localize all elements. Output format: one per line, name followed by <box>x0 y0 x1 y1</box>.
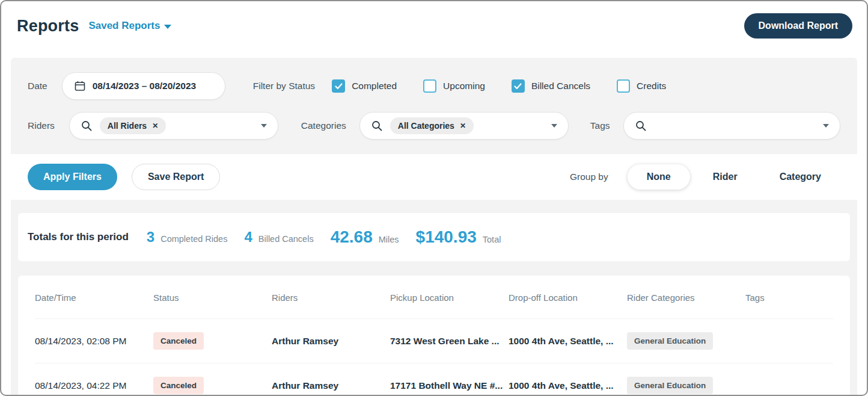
group-option-none[interactable]: None <box>628 164 690 190</box>
filter-row-date-status: Date 08/14/2023 – 08/20/2023 Filter by S… <box>11 58 857 100</box>
all-riders-chip: All Riders ✕ <box>100 117 166 134</box>
chip-remove-icon[interactable]: ✕ <box>460 122 466 129</box>
date-range-input[interactable]: 08/14/2023 – 08/20/2023 <box>62 72 225 100</box>
status-badge: Canceled <box>153 332 204 350</box>
chip-label: All Riders <box>108 121 147 131</box>
cell-category: General Education <box>627 377 745 394</box>
group-by-label: Group by <box>570 172 608 182</box>
saved-reports-label: Saved Reports <box>88 20 160 32</box>
chevron-down-icon <box>261 124 267 128</box>
chip-label: All Categories <box>398 121 454 131</box>
riders-label: Riders <box>28 120 55 131</box>
apply-filters-button[interactable]: Apply Filters <box>28 164 117 190</box>
checkbox-box <box>423 79 436 93</box>
group-option-rider[interactable]: Rider <box>694 164 757 190</box>
column-header-pickup: Pickup Location <box>390 292 509 303</box>
totals-card: Totals for this period 3 Completed Rides… <box>18 213 850 261</box>
checkbox-billed-cancels[interactable]: Billed Cancels <box>512 79 590 93</box>
check-icon <box>514 83 522 90</box>
date-label: Date <box>28 81 47 91</box>
checkbox-box <box>617 79 630 93</box>
checkbox-completed[interactable]: Completed <box>332 79 397 93</box>
total-label: Miles <box>379 235 399 244</box>
cell-rider: Arthur Ramsey <box>272 336 390 347</box>
group-option-category[interactable]: Category <box>760 164 840 190</box>
cell-status: Canceled <box>153 377 272 394</box>
cell-dropoff: 1000 4th Ave, Seattle, ... <box>509 336 627 347</box>
table-row[interactable]: 08/14/2023, 02:08 PM Canceled Arthur Ram… <box>35 318 833 363</box>
total-value: 42.68 <box>331 227 373 247</box>
totals-title: Totals for this period <box>28 231 129 243</box>
checkbox-label: Upcoming <box>443 81 485 91</box>
riders-select[interactable]: All Riders ✕ <box>69 112 278 140</box>
column-header-riders: Riders <box>272 292 390 303</box>
category-badge: General Education <box>627 377 713 394</box>
checkbox-label: Billed Cancels <box>531 81 590 91</box>
column-header-dropoff: Drop-off Location <box>509 292 627 303</box>
checkbox-box <box>512 79 525 93</box>
action-row: Apply Filters Save Report Group by None … <box>11 154 857 200</box>
filter-row-selects: Riders All Riders ✕ Categories <box>11 100 857 141</box>
cell-category: General Education <box>627 332 745 350</box>
total-label: Billed Cancels <box>258 234 314 244</box>
chevron-down-icon <box>823 124 829 128</box>
search-icon <box>371 120 383 132</box>
saved-reports-dropdown[interactable]: Saved Reports <box>88 20 171 32</box>
search-icon <box>635 120 647 132</box>
save-report-button[interactable]: Save Report <box>132 164 220 190</box>
status-options: Completed Upcoming <box>332 79 692 93</box>
rides-table: Date/Time Status Riders Pickup Location … <box>18 276 850 396</box>
tags-label: Tags <box>590 120 610 131</box>
column-header-datetime: Date/Time <box>35 292 153 303</box>
categories-label: Categories <box>301 120 346 131</box>
column-header-tags: Tags <box>745 292 833 303</box>
filter-by-status-label: Filter by Status <box>253 81 315 91</box>
page-title: Reports <box>17 17 79 36</box>
total-value: 3 <box>147 229 154 246</box>
checkbox-label: Credits <box>637 81 666 91</box>
column-header-categories: Rider Categories <box>627 292 745 303</box>
table-header-row: Date/Time Status Riders Pickup Location … <box>35 283 833 318</box>
checkbox-upcoming[interactable]: Upcoming <box>423 79 485 93</box>
date-range-value: 08/14/2023 – 08/20/2023 <box>93 81 196 91</box>
total-label: Completed Rides <box>160 234 227 244</box>
categories-select[interactable]: All Categories ✕ <box>359 112 569 140</box>
cell-pickup: 17171 Bothell Way NE #... <box>390 380 509 391</box>
page-header: Reports Saved Reports Download Report <box>1 1 867 48</box>
total-billed-cancels: 4 Billed Cancels <box>244 229 313 246</box>
status-badge: Canceled <box>153 377 204 394</box>
reports-page: Reports Saved Reports Download Report Da… <box>0 0 868 396</box>
total-completed-rides: 3 Completed Rides <box>147 229 228 246</box>
checkbox-credits[interactable]: Credits <box>617 79 666 93</box>
column-header-status: Status <box>153 292 272 303</box>
filter-panel: Date 08/14/2023 – 08/20/2023 Filter by S… <box>11 58 857 396</box>
calendar-icon <box>75 81 85 91</box>
cell-datetime: 08/14/2023, 02:08 PM <box>35 336 153 347</box>
check-icon <box>335 83 343 90</box>
search-icon <box>81 120 93 132</box>
cell-dropoff: 1000 4th Ave, Seattle, ... <box>509 380 627 391</box>
category-badge: General Education <box>627 332 713 350</box>
cell-pickup: 7312 West Green Lake ... <box>390 336 509 347</box>
all-categories-chip: All Categories ✕ <box>390 117 474 134</box>
checkbox-box <box>332 79 345 93</box>
cell-rider: Arthur Ramsey <box>272 380 390 391</box>
checkbox-label: Completed <box>352 81 397 91</box>
chevron-down-icon <box>551 124 557 128</box>
cell-datetime: 08/14/2023, 04:22 PM <box>35 380 153 391</box>
tags-select[interactable] <box>623 112 840 140</box>
total-label: Total <box>483 235 501 244</box>
chip-remove-icon[interactable]: ✕ <box>152 122 158 129</box>
total-value: 4 <box>244 229 252 246</box>
total-miles: 42.68 Miles <box>331 227 399 247</box>
download-report-button[interactable]: Download Report <box>744 13 852 39</box>
table-row[interactable]: 08/14/2023, 04:22 PM Canceled Arthur Ram… <box>35 363 833 396</box>
total-amount: $140.93 Total <box>416 227 501 247</box>
chevron-down-icon <box>164 25 171 29</box>
total-value: $140.93 <box>416 227 477 247</box>
cell-status: Canceled <box>153 332 272 350</box>
